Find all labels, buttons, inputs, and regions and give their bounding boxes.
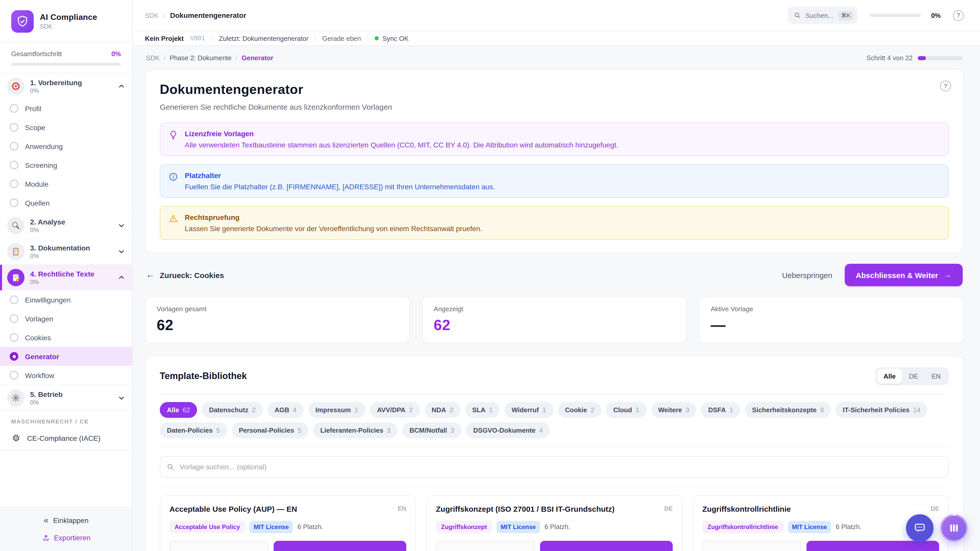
- chevron-down-icon: [118, 248, 125, 255]
- topbar-progress-value: 0%: [931, 11, 941, 19]
- sidebar-section-header-2-analyse[interactable]: 2. Analyse0%: [0, 213, 132, 238]
- sidebar-item-generator[interactable]: Generator: [0, 347, 132, 366]
- help-icon[interactable]: ?: [940, 81, 951, 91]
- collapse-sidebar-button[interactable]: « Einklappen: [44, 515, 89, 526]
- target-icon: [7, 78, 24, 95]
- sidebar-item-quellen[interactable]: Quellen: [0, 193, 132, 212]
- collapse-label: Einklappen: [53, 516, 89, 524]
- lang-tab-alle[interactable]: Alle: [877, 369, 902, 384]
- sidebar-item-cookies[interactable]: Cookies: [0, 328, 132, 347]
- finish-next-button[interactable]: Abschliessen & Weiter →: [845, 264, 963, 286]
- template-secondary-button[interactable]: [169, 540, 269, 551]
- filter-chip-widerruf[interactable]: Widerruf1: [504, 402, 553, 418]
- chevron-up-icon: [118, 274, 125, 281]
- stat-value: —: [711, 317, 952, 333]
- template-actions: [702, 540, 939, 551]
- filter-chip-sicherheitskonzepte[interactable]: Sicherheitskonzepte8: [745, 402, 831, 418]
- sidebar-item-profil[interactable]: Profil: [0, 99, 132, 118]
- filter-chip-datenschutz[interactable]: Datenschutz2: [202, 402, 263, 418]
- sidebar-item-ce-compliance[interactable]: CE-Compliance (IACE): [0, 429, 132, 450]
- lang-tab-en[interactable]: EN: [925, 369, 947, 384]
- sidebar-item-screening[interactable]: Screening: [0, 156, 132, 175]
- template-primary-button[interactable]: [540, 540, 673, 551]
- section-title: 2. Analyse: [30, 218, 112, 226]
- breadcrumb-separator: /: [236, 54, 238, 62]
- filter-chip-avv-dpa[interactable]: AVV/DPA2: [370, 402, 420, 418]
- sidebar-section-2-analyse: 2. Analyse0%: [0, 213, 132, 239]
- sidebar-section-header-1-vorbereitung[interactable]: 1. Vorbereitung0%: [0, 73, 132, 99]
- lang-tab-de[interactable]: DE: [902, 369, 925, 384]
- upload-icon: [41, 534, 50, 542]
- step-indicator: Schritt 4 von 22: [866, 54, 963, 62]
- chip-label: Widerruf: [512, 406, 539, 414]
- back-button[interactable]: ← Zurueck: Cookies: [146, 270, 224, 280]
- sidebar-item-module[interactable]: Module: [0, 175, 132, 193]
- sidebar-section-header-5-betrieb[interactable]: 5. Betrieb0%: [0, 385, 132, 411]
- filter-chip-agb[interactable]: AGB4: [267, 402, 304, 418]
- export-button[interactable]: Exportieren: [41, 534, 90, 542]
- sidebar-item-anwendung[interactable]: Anwendung: [0, 137, 132, 156]
- radio-icon: [10, 179, 18, 188]
- sidebar-item-einwilligungen[interactable]: Einwilligungen: [0, 290, 132, 309]
- clipboard-icon: [7, 243, 24, 260]
- template-primary-button[interactable]: [807, 540, 939, 551]
- filter-chip-impressum[interactable]: Impressum1: [308, 402, 365, 418]
- template-primary-button[interactable]: [274, 540, 406, 551]
- template-search-input[interactable]: [160, 456, 949, 478]
- stat-label: Angezeigt: [434, 305, 675, 313]
- filter-chip-sla[interactable]: SLA1: [465, 402, 500, 418]
- skip-button[interactable]: Ueberspringen: [782, 271, 832, 279]
- sync-dot-icon: [375, 36, 379, 40]
- filter-chip-dsfa[interactable]: DSFA1: [701, 402, 740, 418]
- section-text: 3. Dokumentation0%: [30, 244, 112, 259]
- template-secondary-button[interactable]: [436, 540, 535, 551]
- help-icon[interactable]: ?: [953, 10, 964, 21]
- filter-chip-it-sicherheit-policies[interactable]: IT-Sicherheit Policies14: [835, 402, 928, 418]
- filter-chip-dsgvo-dokumente[interactable]: DSGVO-Dokumente4: [466, 422, 550, 438]
- sidebar-item-workflow[interactable]: Workflow: [0, 366, 132, 385]
- filter-chip-weitere[interactable]: Weitere3: [651, 402, 697, 418]
- template-card-acceptable-use-policy-aup-en: Acceptable Use Policy (AUP) — ENENAccept…: [160, 495, 416, 551]
- filter-chip-personal-policies[interactable]: Personal-Policies5: [232, 422, 309, 438]
- panel-toggle-button[interactable]: [940, 514, 968, 542]
- columns-icon: [948, 522, 960, 534]
- chip-label: Weitere: [658, 406, 682, 414]
- filter-chip-cloud[interactable]: Cloud1: [606, 402, 646, 418]
- notice-platzhalter: PlatzhalterFuellen Sie die Platzhalter (…: [160, 164, 949, 198]
- template-secondary-button[interactable]: [702, 540, 801, 551]
- breadcrumb-root[interactable]: SDK: [145, 11, 159, 19]
- section-progress: 0%: [30, 278, 112, 286]
- page-breadcrumb: SDK / Phase 2: Dokumente / Generator: [146, 54, 273, 62]
- filter-chip-alle[interactable]: Alle62: [160, 402, 197, 418]
- filter-chip-bcm-notfall[interactable]: BCM/Notfall3: [402, 422, 461, 438]
- chip-count: 2: [590, 406, 594, 414]
- template-actions: [436, 540, 673, 551]
- template-library-card: Template-Bibliothek AlleDEEN Alle62Daten…: [145, 356, 964, 551]
- breadcrumb-generator: Generator: [242, 54, 273, 62]
- filter-chip-lieferanten-policies[interactable]: Lieferanten-Policies3: [313, 422, 398, 438]
- version-badge: V001: [190, 35, 205, 42]
- template-license-badge: MIT License: [788, 521, 831, 533]
- sidebar-section-header-3-dokumentation[interactable]: 3. Dokumentation0%: [0, 239, 132, 264]
- chip-count: 4: [293, 406, 296, 414]
- sidebar-item-label: Scope: [25, 123, 45, 131]
- sidebar-item-scope[interactable]: Scope: [0, 118, 132, 137]
- breadcrumb-phase[interactable]: Phase 2: Dokumente: [170, 54, 232, 62]
- notice-title: Lizenzfreie Vorlagen: [185, 130, 618, 138]
- sidebar-item-ce-label: CE-Compliance (IACE): [27, 434, 100, 442]
- breadcrumb-sdk[interactable]: SDK: [146, 54, 159, 62]
- sidebar-section-header-4-rechtliche-texte[interactable]: 4. Rechtliche Texte0%: [0, 265, 132, 290]
- filter-chip-nda[interactable]: NDA2: [425, 402, 460, 418]
- chip-label: Datenschutz: [209, 406, 248, 414]
- stat-card-angezeigt: Angezeigt62: [422, 297, 687, 343]
- global-search-input[interactable]: Suchen... ⌘K: [788, 6, 858, 24]
- chip-count: 1: [636, 406, 639, 414]
- filter-chip-daten-policies[interactable]: Daten-Policies5: [160, 422, 227, 438]
- chevron-right-icon: ›: [163, 11, 165, 19]
- sidebar-item-vorlagen[interactable]: Vorlagen: [0, 309, 132, 328]
- template-license-badge: MIT License: [250, 521, 293, 533]
- template-meta: Acceptable Use PolicyMIT License6 Platzh…: [169, 521, 406, 533]
- filter-chip-cookie[interactable]: Cookie2: [558, 402, 601, 418]
- chat-button[interactable]: [906, 514, 934, 542]
- section-title: 3. Dokumentation: [30, 244, 112, 252]
